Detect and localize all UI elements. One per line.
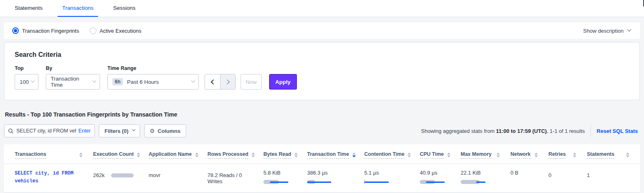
gear-icon: ⚙	[150, 128, 155, 134]
top-label: Top	[15, 65, 38, 71]
reset-sql-stats-link[interactable]: Reset SQL Stats	[597, 128, 638, 134]
columns-button[interactable]: ⚙ Columns	[144, 124, 186, 137]
stats-suffix: , 1-1 of 1 results	[547, 128, 585, 134]
column-header-application-name[interactable]: Application Name	[149, 144, 207, 164]
cpu-time-bar	[420, 180, 450, 184]
sort-icon[interactable]	[79, 153, 82, 157]
top-tab-bar: Statements Transactions Sessions	[0, 0, 644, 17]
results-title: Results - Top 100 Transaction Fingerprin…	[5, 111, 639, 118]
column-header-transactions[interactable]: Transactions	[4, 144, 93, 164]
column-header-bytes-read[interactable]: Bytes Read	[263, 144, 307, 164]
sort-icon-active[interactable]	[352, 153, 356, 157]
network-value: 0 B	[510, 170, 539, 176]
by-select[interactable]: Transaction Time	[46, 74, 100, 90]
time-range-value: Past 6 Hours	[127, 79, 159, 85]
sort-icon[interactable]	[408, 153, 411, 157]
column-header-rows-processed[interactable]: Rows Processed	[207, 144, 263, 164]
divider	[591, 125, 591, 137]
tab-sessions[interactable]: Sessions	[109, 0, 140, 17]
sort-icon[interactable]	[447, 153, 450, 157]
sort-icon[interactable]	[497, 153, 500, 157]
now-button[interactable]: Now	[241, 74, 262, 90]
stats-time-range: 11:00 to 17:59 (UTC)	[496, 128, 547, 134]
radio-transaction-fingerprints[interactable]: Transaction Fingerprints	[12, 27, 79, 34]
cell-contention-time: 5.1 µs	[364, 164, 420, 193]
radio-active-executions[interactable]: Active Executions	[90, 27, 142, 34]
column-header-cpu-time[interactable]: CPU Time	[420, 144, 461, 164]
search-criteria-title: Search Criteria	[15, 51, 629, 58]
top-select-value: 100	[20, 79, 29, 85]
column-header-retries[interactable]: Retries	[548, 144, 587, 164]
search-enter-button[interactable]: Enter	[78, 128, 91, 134]
transaction-time-value: 386.3 µs	[307, 170, 354, 176]
radio-label: Active Executions	[100, 28, 142, 34]
view-radio-group: Transaction Fingerprints Active Executio…	[12, 27, 141, 34]
cell-bytes-read: 5.8 KiB	[263, 164, 307, 193]
table-row: SELECT city, id FROM vehicles 262k movr …	[4, 164, 640, 193]
table-header-row: Transactions Execution Count Application…	[4, 144, 640, 164]
cell-cpu-time: 40.9 µs	[420, 164, 461, 193]
contention-time-bar	[364, 180, 394, 184]
cell-retries: 0	[548, 164, 587, 193]
by-label: By	[46, 65, 100, 71]
time-range-label: Time Range	[107, 65, 199, 71]
columns-label: Columns	[158, 128, 180, 134]
sort-icon[interactable]	[252, 153, 255, 157]
radio-selected-icon[interactable]	[12, 27, 19, 34]
tab-statements[interactable]: Statements	[10, 0, 47, 17]
search-input-value[interactable]: SELECT city, id FROM vehicles W	[16, 128, 76, 134]
column-header-contention-time[interactable]: Contention Time	[364, 144, 420, 164]
results-table: Transactions Execution Count Application…	[4, 144, 640, 193]
show-description-label: Show description	[583, 28, 624, 34]
column-header-max-memory[interactable]: Max Memory	[461, 144, 510, 164]
column-header-statements[interactable]: Statements	[587, 144, 640, 164]
cell-network: 0 B	[510, 164, 548, 193]
transaction-fingerprint-link[interactable]: SELECT city, id FROM vehicles	[15, 170, 83, 185]
execution-count-bar	[111, 173, 134, 177]
cell-application-name: movr	[149, 164, 207, 193]
radio-label: Transaction Fingerprints	[22, 28, 79, 34]
column-header-execution-count[interactable]: Execution Count	[93, 144, 149, 164]
time-range-field: Time Range 6h Past 6 Hours	[100, 65, 199, 90]
tab-transactions[interactable]: Transactions	[58, 0, 98, 17]
search-input[interactable]: SELECT city, id FROM vehicles W Enter	[4, 124, 95, 137]
time-range-badge: 6h	[112, 78, 123, 85]
sort-icon[interactable]	[573, 153, 576, 157]
chevron-right-icon	[225, 79, 230, 85]
rows-processed-value: 78.2 Reads / 0 Writes	[207, 170, 254, 184]
sort-icon[interactable]	[195, 153, 198, 157]
top-select[interactable]: 100	[15, 74, 38, 90]
chevron-down-icon	[627, 27, 631, 31]
filters-label: Filters (0)	[105, 128, 129, 134]
sort-icon[interactable]	[137, 153, 140, 157]
filters-button[interactable]: Filters (0)	[99, 124, 140, 137]
cell-max-memory: 22.1 KiB	[461, 164, 510, 193]
sort-icon[interactable]	[535, 153, 538, 157]
chevron-down-icon	[132, 128, 135, 131]
cell-transaction: SELECT city, id FROM vehicles	[4, 164, 93, 193]
sort-icon[interactable]	[294, 153, 298, 157]
next-time-button[interactable]	[220, 74, 235, 89]
apply-button[interactable]: Apply	[269, 74, 297, 90]
results-table-card: Transactions Execution Count Application…	[4, 144, 640, 193]
application-name-value: movr	[149, 170, 198, 178]
bytes-read-bar	[263, 180, 294, 184]
column-header-transaction-time[interactable]: Transaction Time	[307, 144, 364, 164]
retries-value: 0	[548, 170, 577, 178]
by-field: By Transaction Time	[38, 65, 100, 90]
sort-icon[interactable]	[626, 153, 629, 157]
previous-time-button[interactable]	[205, 74, 220, 89]
execution-count-value: 262k	[93, 172, 105, 178]
bytes-read-value: 5.8 KiB	[263, 170, 297, 176]
radio-unselected-icon[interactable]	[90, 27, 96, 34]
aggregated-stats-text: Showing aggregated stats from 11:00 to 1…	[421, 128, 585, 134]
view-toggle-bar: Transaction Fingerprints Active Executio…	[4, 22, 640, 39]
column-header-network[interactable]: Network	[510, 144, 548, 164]
show-description-toggle[interactable]: Show description	[583, 28, 630, 34]
contention-time-value: 5.1 µs	[364, 170, 410, 176]
cell-rows-processed: 78.2 Reads / 0 Writes	[207, 164, 263, 193]
cpu-time-value: 40.9 µs	[420, 170, 451, 176]
cell-execution-count: 262k	[93, 164, 149, 193]
time-range-select[interactable]: 6h Past 6 Hours	[107, 74, 199, 90]
search-criteria-controls: Top 100 By Transaction Time Time Range 6…	[15, 65, 629, 90]
